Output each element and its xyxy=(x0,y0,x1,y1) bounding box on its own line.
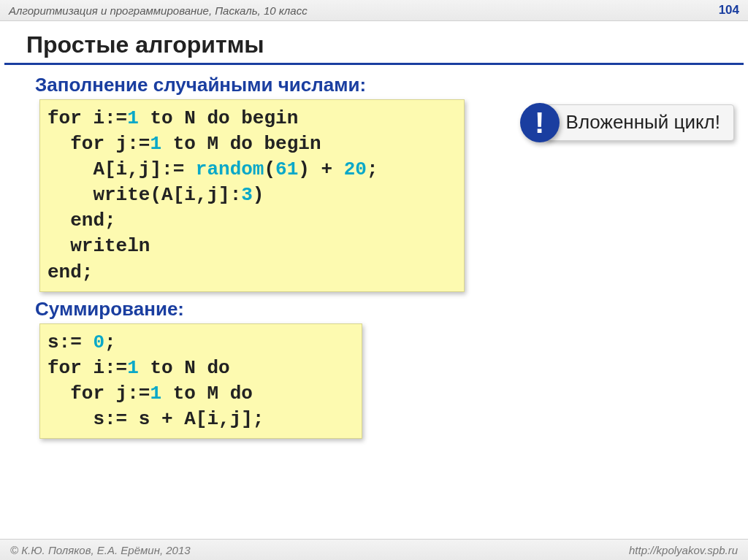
section-heading-sum: Суммирование: xyxy=(35,298,748,321)
code-number: 0 xyxy=(93,331,104,353)
copyright: © К.Ю. Поляков, Е.А. Ерёмин, 2013 xyxy=(10,544,191,556)
code-block-fill: for i:=1 to N do begin for j:=1 to M do … xyxy=(39,99,465,292)
code-text: to M do xyxy=(161,383,253,404)
code-text: ; xyxy=(104,331,116,353)
code-text: for i:= xyxy=(47,107,127,129)
code-text: ) xyxy=(253,184,264,206)
breadcrumb: Алгоритмизация и программирование, Паска… xyxy=(9,4,308,17)
code-number: 1 xyxy=(150,383,161,404)
code-text: for j:= xyxy=(47,383,150,404)
code-text: writeln xyxy=(47,235,150,257)
callout: ! Вложенный цикл! xyxy=(520,103,734,142)
code-number: 20 xyxy=(344,158,367,180)
code-number: 3 xyxy=(241,184,253,206)
code-text: for j:= xyxy=(47,133,150,155)
footer-url: http://kpolyakov.spb.ru xyxy=(629,544,738,556)
code-text: A[i,j]:= xyxy=(47,158,196,180)
code-text: to N do begin xyxy=(139,107,298,129)
code-text: end; xyxy=(47,261,93,283)
code-text: for i:= xyxy=(47,357,127,379)
code-text: write(A[i,j]: xyxy=(47,184,241,206)
page-number: 104 xyxy=(719,3,739,18)
code-text: s:= s + A[i,j]; xyxy=(47,408,264,430)
footer-bar: © К.Ю. Поляков, Е.А. Ерёмин, 2013 http:/… xyxy=(0,539,748,560)
exclamation-icon: ! xyxy=(520,103,560,142)
top-bar: Алгоритмизация и программирование, Паска… xyxy=(0,0,748,21)
callout-text: Вложенный цикл! xyxy=(545,104,734,140)
code-text: end; xyxy=(47,210,116,231)
code-text: to N do xyxy=(139,357,230,379)
code-text: ) + xyxy=(298,158,343,180)
code-call: random xyxy=(196,158,264,180)
content-area: Заполнение случайными числами: for i:=1 … xyxy=(0,65,748,439)
code-number: 1 xyxy=(127,107,139,129)
code-number: 1 xyxy=(127,357,139,379)
code-text: s:= xyxy=(47,331,93,353)
code-block-sum: s:= 0; for i:=1 to N do for j:=1 to M do… xyxy=(39,323,362,439)
code-text: ( xyxy=(264,158,275,180)
code-text: to M do begin xyxy=(161,133,321,155)
code-text: ; xyxy=(367,158,378,180)
section-heading-fill: Заполнение случайными числами: xyxy=(35,74,748,96)
code-number: 61 xyxy=(275,158,298,180)
code-number: 1 xyxy=(150,133,161,155)
page-title: Простые алгоритмы xyxy=(4,21,744,65)
